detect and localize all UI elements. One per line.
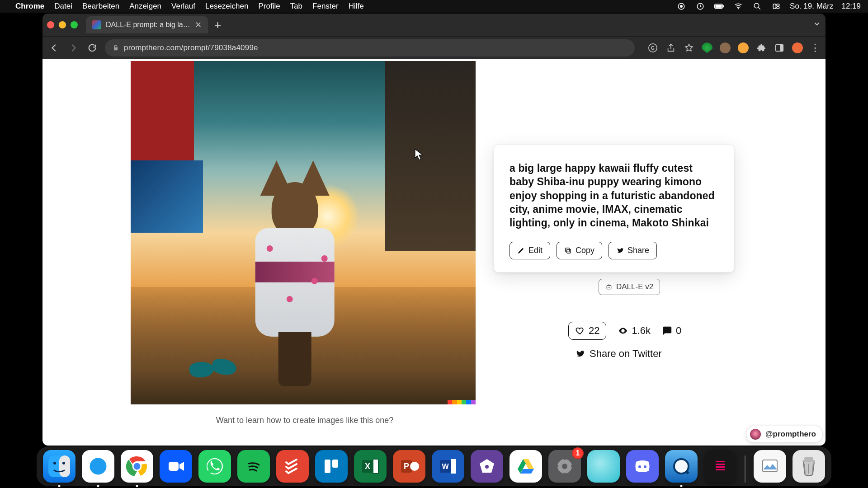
chrome-menu-button[interactable]: ⋮ (810, 43, 820, 53)
profile-avatar[interactable] (792, 42, 803, 53)
svg-point-47 (638, 465, 641, 468)
eye-icon (618, 326, 628, 336)
svg-rect-36 (373, 459, 378, 474)
comments-stat[interactable]: 0 (662, 325, 681, 337)
sidepanel-icon[interactable] (774, 42, 785, 53)
svg-rect-8 (773, 4, 776, 9)
svg-point-44 (485, 465, 489, 469)
url-text: prompthero.com/prompt/79038a4099e (124, 43, 258, 52)
window-controls (47, 21, 78, 28)
window-minimize-button[interactable] (59, 21, 66, 28)
svg-rect-43 (451, 459, 456, 474)
menu-fenster[interactable]: Fenster (312, 2, 339, 11)
share-on-twitter-link[interactable]: Share on Twitter (575, 348, 662, 360)
wifi-icon[interactable] (733, 2, 744, 11)
menubar-date[interactable]: So. 19. März (790, 2, 833, 11)
chrome-toolbar: prompthero.com/prompt/79038a4099e G ⋮ (42, 36, 826, 59)
dock-imovie[interactable] (471, 450, 503, 483)
extension-icon-2[interactable] (738, 42, 749, 53)
dock-preview-stack[interactable] (754, 450, 786, 483)
dock-spotify[interactable] (237, 450, 270, 483)
settings-badge: 1 (572, 447, 584, 459)
edit-button[interactable]: Edit (509, 242, 550, 259)
menubar-app-name[interactable]: Chrome (15, 2, 44, 11)
dock-finder[interactable] (43, 450, 75, 483)
dock-todoist[interactable] (276, 450, 309, 483)
forward-button[interactable] (67, 42, 80, 54)
macos-menubar: Chrome Datei Bearbeiten Anzeigen Verlauf… (0, 0, 868, 13)
svg-text:W: W (442, 463, 449, 470)
menu-bearbeiten[interactable]: Bearbeiten (82, 2, 119, 11)
dock-safari[interactable] (82, 450, 114, 483)
dock-chrome[interactable] (121, 450, 153, 483)
dock-google-drive[interactable] (509, 450, 542, 483)
dock-trash[interactable] (793, 450, 825, 483)
lock-icon (112, 44, 119, 52)
record-icon[interactable] (676, 2, 687, 11)
dock-trello[interactable] (315, 450, 348, 483)
toolbar-actions: G ⋮ (647, 42, 820, 53)
dock-quicktime[interactable] (665, 450, 698, 483)
handle-pill[interactable]: @prompthero (746, 426, 823, 443)
share-icon[interactable] (665, 42, 676, 53)
robot-icon (605, 283, 613, 291)
extensions-puzzle-icon[interactable] (756, 42, 767, 53)
browser-tab[interactable]: DALL-E prompt: a big large ha ✕ (86, 16, 208, 33)
twitter-icon (616, 247, 624, 254)
model-chip[interactable]: DALL-E v2 (599, 279, 660, 295)
chrome-tabbar: DALL-E prompt: a big large ha ✕ + (42, 14, 826, 36)
search-icon[interactable] (752, 2, 763, 11)
battery-icon[interactable] (714, 2, 725, 11)
dock-separator (745, 455, 745, 483)
dock: X P W 1 (0, 446, 868, 486)
share-label: Share (627, 246, 649, 255)
dock-app-cyan[interactable] (587, 450, 620, 483)
new-tab-button[interactable]: + (214, 19, 221, 31)
address-bar[interactable]: prompthero.com/prompt/79038a4099e (105, 39, 635, 56)
reload-button[interactable] (86, 42, 99, 54)
edit-label: Edit (528, 246, 542, 255)
dock-word[interactable]: W (432, 450, 464, 483)
clock-icon[interactable] (695, 2, 706, 11)
dock-excel[interactable]: X (354, 450, 387, 483)
handle-label: @prompthero (765, 430, 816, 439)
dock-app-dark[interactable] (704, 450, 736, 483)
dock-discord[interactable] (626, 450, 659, 483)
svg-point-6 (738, 8, 739, 9)
generated-image[interactable] (131, 61, 476, 404)
dock-powerpoint[interactable]: P (393, 450, 425, 483)
menu-lesezeichen[interactable]: Lesezeichen (205, 2, 248, 11)
menubar-time[interactable]: 12:19 (841, 2, 861, 11)
mouse-cursor-icon (415, 149, 424, 160)
prompt-text[interactable]: a big large happy kawaii fluffy cutest b… (509, 161, 718, 230)
menu-profile[interactable]: Profile (258, 2, 280, 11)
extension-icon-1[interactable] (720, 42, 731, 53)
share-button[interactable]: Share (609, 242, 657, 259)
svg-rect-33 (332, 460, 338, 468)
back-button[interactable] (48, 42, 61, 54)
window-maximize-button[interactable] (71, 21, 78, 28)
tab-title: DALL-E prompt: a big large ha (106, 21, 190, 29)
twitter-icon (575, 349, 585, 359)
window-close-button[interactable] (47, 21, 54, 28)
svg-rect-51 (716, 469, 725, 470)
menu-tab[interactable]: Tab (290, 2, 302, 11)
extension-shield-icon[interactable] (702, 42, 712, 53)
tab-list-button[interactable] (813, 20, 821, 30)
svg-rect-55 (763, 460, 777, 472)
control-center-icon[interactable] (771, 2, 782, 11)
menu-verlauf[interactable]: Verlauf (171, 2, 195, 11)
translate-icon[interactable]: G (647, 42, 658, 53)
menu-anzeigen[interactable]: Anzeigen (129, 2, 161, 11)
like-button[interactable]: 22 (568, 322, 606, 340)
dock-whatsapp[interactable] (198, 450, 231, 483)
tab-close-button[interactable]: ✕ (195, 21, 202, 29)
svg-text:X: X (365, 462, 370, 471)
menu-hilfe[interactable]: Hilfe (349, 2, 364, 11)
chrome-window: DALL-E prompt: a big large ha ✕ + prompt… (42, 14, 826, 446)
menu-datei[interactable]: Datei (54, 2, 72, 11)
dock-zoom[interactable] (160, 450, 192, 483)
copy-button[interactable]: Copy (557, 242, 602, 259)
dock-settings[interactable]: 1 (548, 450, 581, 483)
bookmark-star-icon[interactable] (684, 42, 694, 53)
